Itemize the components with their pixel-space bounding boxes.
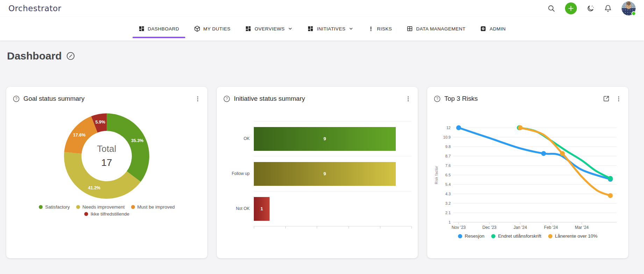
- nav-item-admin[interactable]: ADMIN: [473, 17, 513, 41]
- bar[interactable]: 9: [254, 127, 396, 151]
- dark-mode-moon-icon[interactable]: [587, 5, 594, 12]
- series-line: [519, 128, 610, 178]
- legend-item[interactable]: Resesjon: [458, 233, 484, 239]
- data-point-marker[interactable]: [456, 125, 461, 130]
- bar-category-label: OK: [223, 121, 254, 156]
- legend-item[interactable]: Ikke tilfredstillende: [84, 211, 129, 217]
- open-external-icon[interactable]: [603, 95, 610, 102]
- data-point-marker[interactable]: [608, 176, 613, 181]
- nav-item-my-duties[interactable]: MY DUTIES: [187, 17, 238, 41]
- legend-label: Must be improved: [137, 204, 175, 210]
- nav-item-overviews[interactable]: OVERVIEWS: [238, 17, 300, 41]
- nav-label: OVERVIEWS: [255, 26, 285, 31]
- bar[interactable]: 1: [254, 197, 270, 221]
- package-icon: [194, 26, 200, 32]
- legend-label: Resesjon: [465, 233, 484, 239]
- legend-item[interactable]: Endret utlånsforskrift: [491, 233, 541, 239]
- donut-percent-label: 17.6%: [73, 133, 85, 138]
- help-icon[interactable]: ?: [13, 95, 20, 103]
- bar-category-label: Follow up: [223, 156, 254, 191]
- legend-item[interactable]: Lånerente over 10%: [548, 233, 598, 239]
- card-title: Top 3 Risks: [444, 95, 478, 103]
- donut-chart: 35.3%41.2%17.6%5.9%Total17: [13, 108, 201, 204]
- nav-item-risks[interactable]: RISKS: [361, 17, 399, 41]
- main-nav: DASHBOARD MY DUTIES OVERVIEWS INITIATIVE…: [0, 17, 644, 41]
- series-line: [459, 128, 610, 179]
- donut-center-label: Total: [97, 143, 116, 154]
- bar-category-label: Not OK: [223, 191, 254, 226]
- donut-center-value: 17: [101, 157, 112, 168]
- y-tick-label: 10.9: [443, 135, 451, 139]
- help-icon[interactable]: ?: [223, 95, 230, 103]
- card-title: Goal status summary: [23, 95, 85, 103]
- legend-item[interactable]: Needs improvement: [76, 204, 125, 210]
- bar-row: OK9: [223, 121, 412, 156]
- dashboard-icon: [245, 26, 251, 32]
- y-tick-label: 5.4: [445, 182, 451, 187]
- user-avatar[interactable]: [622, 1, 636, 15]
- bar-x-axis: [254, 226, 412, 229]
- y-tick-label: 1: [449, 220, 451, 224]
- line-legend: ResesjonEndret utlånsforskriftLånerente …: [434, 233, 622, 239]
- kebab-menu-icon[interactable]: [194, 96, 201, 102]
- data-point-marker[interactable]: [608, 193, 613, 198]
- bar-row: Follow up9: [223, 156, 412, 191]
- series-line: [520, 128, 610, 196]
- notifications-bell-icon[interactable]: [604, 5, 612, 12]
- donut-percent-label: 5.9%: [95, 120, 106, 125]
- nav-item-data-management[interactable]: DATA MANAGEMENT: [399, 17, 473, 41]
- edit-pencil-icon[interactable]: [66, 51, 75, 61]
- data-point-marker[interactable]: [560, 151, 565, 156]
- help-icon[interactable]: ?: [434, 95, 441, 103]
- page-title: Dashboard: [7, 50, 62, 62]
- x-tick-label: Dec '23: [482, 225, 497, 230]
- axis-tick: [349, 226, 349, 229]
- add-button[interactable]: [565, 2, 577, 14]
- bar-value-label: 9: [323, 171, 326, 176]
- x-tick-label: Mar '24: [575, 225, 589, 230]
- legend-row: SatisfactoryNeeds improvementMust be imp…: [39, 204, 175, 210]
- x-tick-label: Nov '23: [452, 225, 466, 230]
- nav-label: INITIATIVES: [317, 26, 345, 31]
- bar[interactable]: 9: [254, 162, 396, 186]
- y-axis-label: Risk factor: [435, 166, 438, 184]
- axis-tick: [380, 226, 380, 229]
- nav-item-initiatives[interactable]: INITIATIVES: [300, 17, 361, 41]
- bar-chart: OK9Follow up9Not OK1: [223, 121, 412, 229]
- x-tick-label: Jan '24: [514, 225, 527, 230]
- legend-dot: [84, 212, 88, 216]
- svg-text:?: ?: [15, 97, 17, 101]
- kebab-menu-icon[interactable]: [615, 96, 622, 102]
- window-grid-icon: [407, 26, 413, 32]
- y-tick-label: 2.1: [445, 211, 451, 215]
- exclamation-icon: [368, 26, 374, 31]
- kebab-menu-icon[interactable]: [405, 96, 412, 102]
- gear-square-icon: [480, 26, 486, 32]
- y-tick-label: 6.5: [445, 173, 451, 177]
- search-icon[interactable]: [548, 5, 555, 12]
- legend-item[interactable]: Must be improved: [131, 204, 175, 210]
- donut-percent-label: 41.2%: [88, 185, 100, 190]
- dashboard-cards: ? Goal status summary 35.3%41.2%17.6%5.9…: [6, 87, 638, 258]
- legend-label: Lånerente over 10%: [555, 233, 598, 239]
- data-point-marker[interactable]: [541, 151, 546, 156]
- bar-track: 1: [254, 191, 412, 226]
- legend-item[interactable]: Satisfactory: [39, 204, 70, 210]
- x-tick-label: Feb '24: [544, 225, 558, 230]
- card-initiative-status-summary: ? Initiative status summary OK9Follow up…: [217, 87, 418, 258]
- nav-label: ADMIN: [489, 26, 506, 31]
- donut-legend: SatisfactoryNeeds improvementMust be imp…: [13, 204, 201, 217]
- nav-item-dashboard[interactable]: DASHBOARD: [131, 17, 187, 41]
- card-title: Initiative status summary: [234, 95, 305, 103]
- page-header: Dashboard: [7, 50, 644, 62]
- legend-dot: [458, 234, 462, 238]
- bar-track: 9: [254, 121, 412, 156]
- legend-dot: [131, 205, 135, 209]
- y-tick-label: 3.2: [445, 201, 451, 205]
- axis-tick: [254, 226, 254, 229]
- top-bar: Orchestrator: [0, 0, 644, 17]
- data-point-marker[interactable]: [518, 125, 523, 130]
- topbar-actions: [548, 1, 636, 15]
- legend-dot: [491, 234, 495, 238]
- chevron-down-icon: [349, 26, 353, 31]
